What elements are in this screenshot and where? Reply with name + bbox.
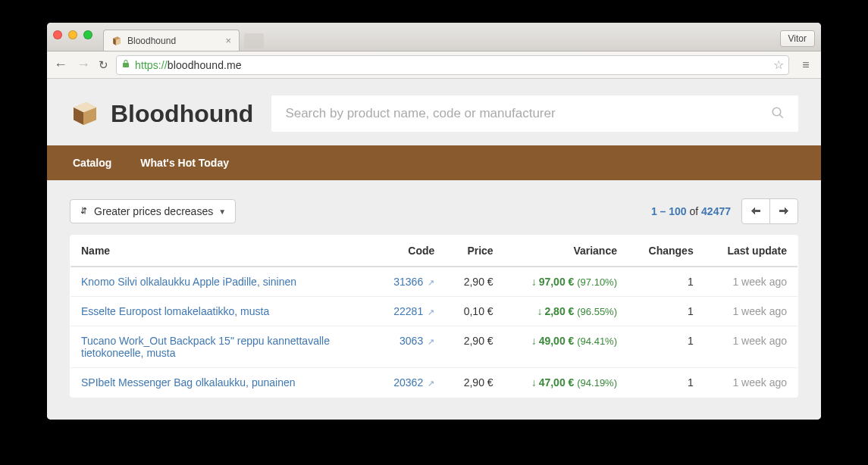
- changes-cell: 1: [628, 368, 704, 398]
- browser-window: Bloodhound × Vitor ← → ↻ https://bloodho…: [47, 23, 821, 420]
- product-link[interactable]: Tucano Work_Out Backpack 15" reppu kanne…: [81, 335, 330, 359]
- url-text: https://bloodhound.me: [135, 59, 242, 71]
- sort-dropdown[interactable]: Greater prices decreases ▼: [70, 199, 236, 223]
- price-cell: 2,90 €: [445, 368, 503, 398]
- address-bar[interactable]: https://bloodhound.me ☆: [116, 55, 789, 75]
- external-link-icon: ↗: [425, 379, 434, 388]
- browser-toolbar: ← → ↻ https://bloodhound.me ☆ ≡: [47, 51, 821, 79]
- price-cell: 0,10 €: [445, 297, 503, 326]
- changes-cell: 1: [628, 297, 704, 326]
- titlebar: Bloodhound × Vitor: [47, 23, 821, 51]
- tab-title: Bloodhound: [127, 36, 220, 46]
- pagination-summary: 1 – 100 of 42477: [651, 205, 731, 217]
- svg-point-7: [772, 108, 781, 116]
- nav-item-catalog[interactable]: Catalog: [70, 145, 114, 180]
- brand-logo-icon: [70, 98, 100, 129]
- arrow-down-icon: ↓: [531, 335, 537, 347]
- pagination-total: 42477: [701, 205, 731, 217]
- pager: 🠘 🠚: [741, 198, 798, 224]
- th-changes[interactable]: Changes: [628, 236, 704, 267]
- traffic-lights: [53, 30, 92, 39]
- svg-line-8: [779, 114, 783, 118]
- product-link[interactable]: Esselte Europost lomakelaatikko, musta: [81, 305, 269, 317]
- variance-cell: ↓47,00 € (94.19%): [504, 368, 628, 398]
- window-close-button[interactable]: [53, 30, 62, 39]
- back-button[interactable]: ←: [53, 57, 68, 73]
- external-link-icon: ↗: [425, 278, 434, 287]
- hamburger-menu-button[interactable]: ≡: [797, 58, 815, 72]
- sort-label: Greater prices decreases: [94, 205, 213, 217]
- favicon-icon: [111, 36, 122, 46]
- reload-button[interactable]: ↻: [99, 58, 108, 72]
- price-cell: 2,90 €: [445, 267, 503, 297]
- search-icon[interactable]: [771, 106, 785, 122]
- browser-tab[interactable]: Bloodhound ×: [103, 30, 240, 51]
- last-update-cell: 1 week ago: [704, 368, 798, 398]
- nav-item-hot[interactable]: What's Hot Today: [137, 145, 232, 180]
- variance-cell: ↓2,80 € (96.55%): [504, 297, 628, 326]
- profile-label: Vitor: [788, 33, 807, 44]
- url-host: bloodhound.me: [168, 59, 242, 71]
- arrow-down-icon: ↓: [531, 276, 537, 288]
- pager-prev-button[interactable]: 🠘: [741, 198, 770, 224]
- code-link[interactable]: 20362 ↗: [393, 376, 434, 389]
- page-header: Bloodhound: [70, 95, 798, 132]
- th-name[interactable]: Name: [71, 236, 374, 267]
- pagination-range: 1 – 100: [651, 205, 687, 217]
- caret-down-icon: ▼: [218, 208, 226, 216]
- lock-icon: [121, 59, 130, 70]
- arrow-down-icon: ↓: [537, 305, 542, 317]
- variance-cell: ↓49,00 € (94.41%): [504, 326, 628, 368]
- table-row: Tucano Work_Out Backpack 15" reppu kanne…: [71, 326, 798, 368]
- forward-button[interactable]: →: [76, 57, 91, 73]
- products-table: Name Code Price Variance Changes Last up…: [70, 235, 798, 398]
- th-code[interactable]: Code: [374, 236, 446, 267]
- new-tab-button[interactable]: [244, 33, 264, 48]
- code-link[interactable]: 3063 ↗: [400, 335, 434, 347]
- table-row: Knomo Silvi olkalaukku Apple iPadille, s…: [71, 267, 798, 297]
- external-link-icon: ↗: [425, 307, 434, 317]
- pagination-of: of: [689, 205, 698, 217]
- controls-row: Greater prices decreases ▼ 1 – 100 of 42…: [70, 198, 798, 224]
- sort-icon: [80, 205, 89, 217]
- brand-name: Bloodhound: [111, 100, 253, 128]
- window-minimize-button[interactable]: [68, 30, 77, 39]
- main-nav: Catalog What's Hot Today: [47, 145, 821, 180]
- arrow-down-icon: ↓: [531, 376, 537, 389]
- bookmark-icon[interactable]: ☆: [773, 58, 784, 72]
- tab-close-button[interactable]: ×: [225, 35, 231, 46]
- product-link[interactable]: SPIbelt Messenger Bag olkalaukku, punain…: [81, 376, 296, 389]
- external-link-icon: ↗: [425, 337, 434, 346]
- th-price[interactable]: Price: [445, 236, 503, 267]
- pager-next-button[interactable]: 🠚: [769, 198, 798, 224]
- search-input[interactable]: [285, 106, 771, 121]
- th-variance[interactable]: Variance: [504, 236, 628, 267]
- last-update-cell: 1 week ago: [704, 267, 798, 297]
- table-row: Esselte Europost lomakelaatikko, musta22…: [71, 297, 798, 326]
- variance-cell: ↓97,00 € (97.10%): [504, 267, 628, 297]
- changes-cell: 1: [628, 267, 704, 297]
- code-link[interactable]: 31366 ↗: [393, 276, 434, 288]
- price-cell: 2,90 €: [445, 326, 503, 368]
- brand[interactable]: Bloodhound: [70, 98, 253, 129]
- profile-button[interactable]: Vitor: [780, 30, 815, 47]
- window-maximize-button[interactable]: [83, 30, 92, 39]
- product-link[interactable]: Knomo Silvi olkalaukku Apple iPadille, s…: [81, 276, 296, 288]
- code-link[interactable]: 22281 ↗: [393, 305, 434, 317]
- url-protocol: https://: [135, 59, 168, 71]
- changes-cell: 1: [628, 326, 704, 368]
- table-row: SPIbelt Messenger Bag olkalaukku, punain…: [71, 368, 798, 398]
- last-update-cell: 1 week ago: [704, 326, 798, 368]
- search-box: [271, 95, 798, 132]
- page-content: Bloodhound Catalog What's Hot Today: [47, 79, 821, 420]
- th-last-update[interactable]: Last update: [704, 236, 798, 267]
- last-update-cell: 1 week ago: [704, 297, 798, 326]
